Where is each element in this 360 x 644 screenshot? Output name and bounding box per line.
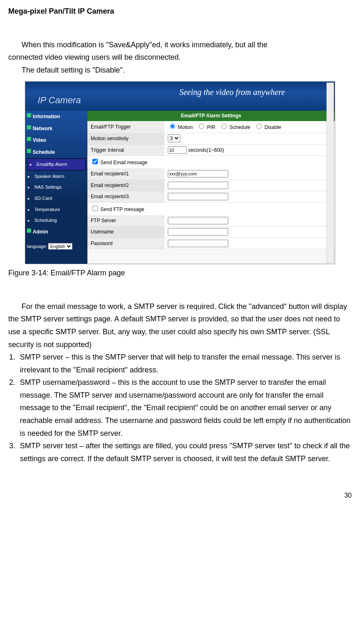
nav-temperature[interactable]: ▸Temperature (25, 204, 87, 215)
scrollbar[interactable] (326, 83, 334, 263)
list-item-2: SMTP username/password – this is the acc… (17, 376, 352, 440)
radio-motion[interactable]: Motion (168, 124, 193, 130)
list-item-1: SMTP server – this is the SMTP server th… (17, 351, 352, 376)
interval-label: Trigger Interval (87, 145, 164, 156)
interval-suffix: seconds(1~600) (188, 147, 224, 153)
nav-schedule[interactable]: Schedule (25, 146, 87, 158)
expand-icon (27, 137, 31, 141)
send-ftp-checkbox[interactable]: Send FTP message (91, 207, 144, 212)
recipient3-label: Email recipient#3 (87, 191, 164, 202)
doc-header: Mega-pixel Pan/Tilt IP Camera (8, 0, 352, 18)
motion-label: Motion sensitivity (87, 133, 164, 144)
sidebar: Information Network Video Schedule ▸Emai… (25, 111, 87, 264)
expand-icon (27, 113, 31, 117)
nav-scheduling[interactable]: ▸Scheduling (25, 215, 87, 226)
ftp-server-label: FTP Server (87, 215, 164, 226)
trigger-label: Email/FTP Trigger (87, 122, 164, 132)
username-label: Username (87, 226, 164, 237)
banner: IP Camera Seeing the video from anywhere (25, 82, 335, 111)
send-ftp-row: Send FTP message (87, 203, 335, 215)
send-email-row: Send Email message (87, 156, 335, 168)
list-item-3: SMTP server test – after the settings ar… (17, 440, 352, 465)
nav-sd-card[interactable]: ▸SD-Card (25, 193, 87, 204)
trigger-field: Motion PIR Schedule Disable (164, 121, 335, 133)
figure-caption: Figure 3-14: Email/FTP Alarm page (8, 267, 352, 279)
recipient2-label: Email recipient#2 (87, 180, 164, 191)
expand-icon (27, 228, 31, 233)
ftp-server-input[interactable] (168, 217, 228, 224)
radio-schedule[interactable]: Schedule (220, 124, 250, 130)
radio-pir[interactable]: PIR (197, 124, 215, 130)
interval-field: seconds(1~600) (164, 145, 335, 156)
recipient3-input[interactable] (168, 193, 228, 200)
arrow-icon: ▸ (28, 173, 30, 180)
paragraph-2: The default setting is "Disable". (8, 64, 352, 77)
paragraph-3: For the email message to work, a SMTP se… (8, 300, 352, 351)
brand-logo: IP Camera (38, 92, 81, 108)
arrow-icon: ▸ (28, 195, 30, 202)
nav-video[interactable]: Video (25, 134, 87, 146)
recipient2-input[interactable] (168, 182, 228, 189)
nav-nas-settings[interactable]: ▸NAS Settings (25, 182, 87, 193)
nav-admin[interactable]: Admin (25, 226, 87, 238)
nav-email-alarm[interactable]: ▸Email/ftp Alarm (27, 158, 86, 170)
section-title: Email/FTP Alarm Settings (87, 111, 335, 121)
expand-icon (27, 149, 31, 153)
recipient1-label: Email recipient#1 (87, 168, 164, 179)
recipient1-input[interactable] (168, 170, 228, 177)
paragraph-1-b: connected video viewing users will be di… (8, 51, 352, 64)
settings-panel: Email/FTP Alarm Settings Email/FTP Trigg… (87, 111, 335, 264)
screenshot-figure: IP Camera Seeing the video from anywhere… (25, 81, 335, 264)
language-row: language: English (25, 238, 87, 255)
slogan-text: Seeing the video from anywhere (179, 85, 285, 99)
page-number: 30 (8, 490, 352, 501)
motion-select[interactable]: 3 (168, 134, 180, 142)
arrow-icon: ▸ (28, 217, 30, 224)
radio-disable[interactable]: Disable (254, 124, 281, 130)
nav-network[interactable]: Network (25, 123, 87, 134)
nav-information[interactable]: Information (25, 111, 87, 122)
interval-input[interactable] (168, 146, 187, 154)
expand-icon (27, 125, 31, 129)
nav-speaker-alarm[interactable]: ▸Speaker Alarm (25, 171, 87, 182)
motion-field: 3 (164, 133, 335, 144)
language-select[interactable]: English (48, 243, 72, 250)
language-label: language: (27, 244, 47, 249)
password-label: Password (87, 238, 164, 249)
arrow-icon: ▸ (28, 184, 30, 191)
send-email-checkbox[interactable]: Send Email message (91, 160, 147, 165)
password-input[interactable] (168, 240, 228, 247)
username-input[interactable] (168, 228, 228, 236)
paragraph-1-a: When this modification is "Save&Apply"ed… (8, 39, 352, 51)
arrow-icon: ▸ (30, 161, 32, 168)
arrow-icon: ▸ (28, 206, 30, 213)
